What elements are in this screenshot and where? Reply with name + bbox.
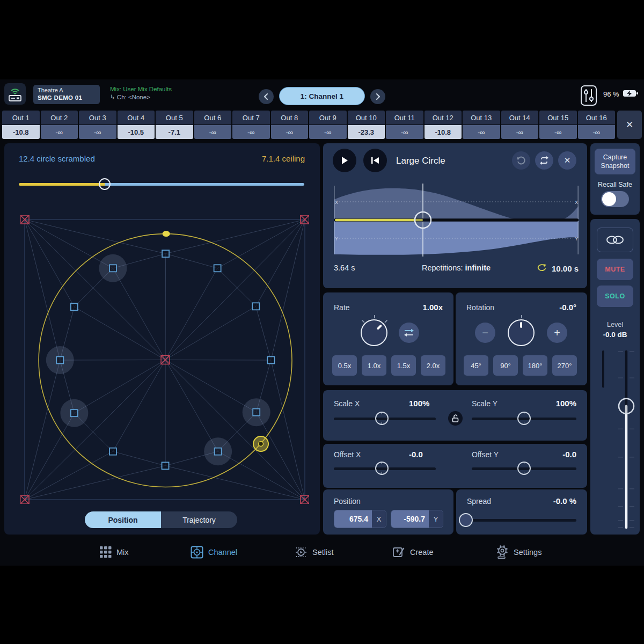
speaker-node-2[interactable] — [214, 265, 221, 272]
rotation-preset-180[interactable]: 180° — [523, 355, 547, 376]
level-fader[interactable] — [590, 345, 640, 533]
scale-x-value: 100% — [409, 399, 429, 408]
rotation-knob[interactable] — [508, 319, 535, 346]
offset-x-slider[interactable] — [334, 462, 436, 475]
output-channel-2[interactable]: Out 2-∞ — [41, 111, 78, 139]
output-channel-4[interactable]: Out 4-10.5 — [118, 111, 155, 139]
fader-handle[interactable] — [619, 399, 634, 414]
speaker-node-1[interactable] — [162, 250, 169, 257]
link-channels-button[interactable] — [597, 228, 633, 252]
rotation-plus-button[interactable]: + — [547, 323, 567, 343]
venue-selector[interactable]: Theatre A SMG DEMO 01 — [33, 85, 100, 104]
output-channel-3[interactable]: Out 3-∞ — [79, 111, 116, 139]
offset-y-slider[interactable] — [472, 462, 576, 475]
output-channel-11[interactable]: Out 11-∞ — [386, 111, 423, 139]
spatial-map[interactable] — [20, 215, 309, 504]
spread-handle[interactable] — [459, 513, 473, 527]
speaker-node-8[interactable] — [109, 448, 116, 455]
speaker-node-10[interactable] — [56, 357, 63, 364]
capture-snapshot-button[interactable]: Capture Snapshot — [595, 149, 635, 174]
scale-card: Scale X 100% Scale Y 100% — [323, 390, 587, 441]
previous-channel-button[interactable] — [259, 89, 274, 104]
nav-tab-create[interactable]: Create — [392, 543, 434, 561]
nav-label: Channel — [208, 548, 237, 557]
output-label: Out 4 — [118, 111, 155, 125]
nav-tab-mix[interactable]: Mix — [100, 543, 129, 561]
rotation-minus-button[interactable]: − — [475, 323, 495, 343]
output-channel-1[interactable]: Out 1-10.8 — [2, 111, 40, 139]
speaker-node-3[interactable] — [252, 303, 259, 310]
rate-preset-2.0x[interactable]: 2.0x — [421, 355, 445, 376]
snapshot-a-label[interactable]: 12.4 circle scrambled — [19, 154, 95, 163]
scale-link-button[interactable] — [448, 411, 463, 426]
output-channel-8[interactable]: Out 8-∞ — [271, 111, 309, 139]
output-channel-15[interactable]: Out 15-∞ — [539, 111, 577, 139]
rate-knob[interactable] — [361, 319, 387, 346]
solo-button[interactable]: SOLO — [597, 286, 633, 307]
rotation-preset-45[interactable]: 45° — [464, 355, 488, 376]
scale-x-slider[interactable] — [334, 412, 436, 426]
swap-direction-button[interactable] — [399, 323, 419, 343]
scale-y-slider[interactable] — [472, 412, 576, 426]
crossfade-handle[interactable] — [99, 178, 111, 190]
crossfade-slider[interactable] — [19, 181, 304, 187]
rotation-preset-90[interactable]: 90° — [493, 355, 518, 376]
speaker-node-4[interactable] — [267, 357, 274, 364]
mixer-faders-icon[interactable] — [580, 85, 597, 108]
offset-card: Offset X -0.0 Offset Y -0.0 — [323, 444, 587, 488]
rate-preset-1.0x[interactable]: 1.0x — [362, 355, 386, 376]
offset-x-label: Offset X — [334, 450, 361, 459]
tab-position[interactable]: Position — [85, 511, 161, 528]
trajectory-waveform[interactable]: XXYY — [334, 184, 579, 259]
output-channel-16[interactable]: Out 16-∞ — [578, 111, 616, 139]
spread-slider[interactable] — [467, 519, 576, 522]
output-channel-9[interactable]: Out 9-∞ — [309, 111, 347, 139]
loop-duration-icon — [537, 264, 547, 273]
nav-tab-setlist[interactable]: Setlist — [295, 543, 334, 561]
tab-trajectory[interactable]: Trajectory — [161, 511, 237, 528]
output-channel-6[interactable]: Out 6-∞ — [194, 111, 232, 139]
nav-label: Create — [410, 548, 434, 557]
output-level: -∞ — [386, 125, 423, 139]
next-channel-button[interactable] — [370, 89, 385, 104]
speaker-node-11[interactable] — [71, 303, 78, 310]
wifi-device-icon[interactable] — [4, 83, 26, 105]
position-x-value[interactable]: 675.4 — [334, 510, 372, 528]
output-channel-12[interactable]: Out 12-10.8 — [425, 111, 462, 139]
snapshot-b-label[interactable]: 7.1.4 ceiling — [262, 154, 305, 163]
speaker-node-7[interactable] — [162, 462, 169, 469]
recall-safe-toggle[interactable] — [601, 191, 629, 207]
rotation-preset-270[interactable]: 270° — [552, 355, 577, 376]
speaker-node-6[interactable] — [215, 448, 222, 455]
device-name: SMG DEMO 01 — [38, 94, 96, 102]
position-y-field[interactable]: -590.7 Y — [391, 510, 443, 528]
playhead-handle[interactable] — [415, 212, 431, 228]
nav-tab-settings[interactable]: Settings — [496, 543, 541, 561]
close-output-strip-button[interactable]: ✕ — [617, 111, 642, 139]
mute-button[interactable]: MUTE — [597, 259, 633, 280]
output-channel-10[interactable]: Out 10-23.3 — [348, 111, 385, 139]
output-channel-5[interactable]: Out 5-7.1 — [156, 111, 193, 139]
close-trajectory-button[interactable]: ✕ — [558, 151, 576, 170]
nav-tab-channel[interactable]: Channel — [191, 543, 237, 561]
skip-to-start-button[interactable] — [363, 149, 387, 172]
position-x-field[interactable]: 675.4 X — [334, 510, 386, 528]
play-button[interactable] — [333, 149, 356, 172]
output-channel-14[interactable]: Out 14-∞ — [501, 111, 539, 139]
output-label: Out 15 — [539, 111, 577, 125]
position-y-value[interactable]: -590.7 — [391, 510, 429, 528]
create-icon — [392, 546, 405, 559]
channel-selector[interactable]: 1: Channel 1 — [279, 87, 365, 105]
speaker-node-12[interactable] — [109, 265, 116, 272]
speaker-node-9[interactable] — [71, 409, 78, 416]
rate-preset-0.5x[interactable]: 0.5x — [332, 355, 357, 376]
repeat-button[interactable] — [535, 151, 553, 170]
loop-duration[interactable]: 10.00 s — [552, 264, 579, 273]
rate-preset-1.5x[interactable]: 1.5x — [391, 355, 416, 376]
speaker-node-5[interactable] — [253, 409, 260, 416]
channel-route-label: ↳ Ch: <None> — [110, 93, 172, 101]
output-channel-7[interactable]: Out 7-∞ — [232, 111, 270, 139]
snapshot-panel: Capture Snapshot Recall Safe — [590, 143, 640, 215]
undo-button[interactable] — [512, 151, 530, 170]
output-channel-13[interactable]: Out 13-∞ — [463, 111, 500, 139]
